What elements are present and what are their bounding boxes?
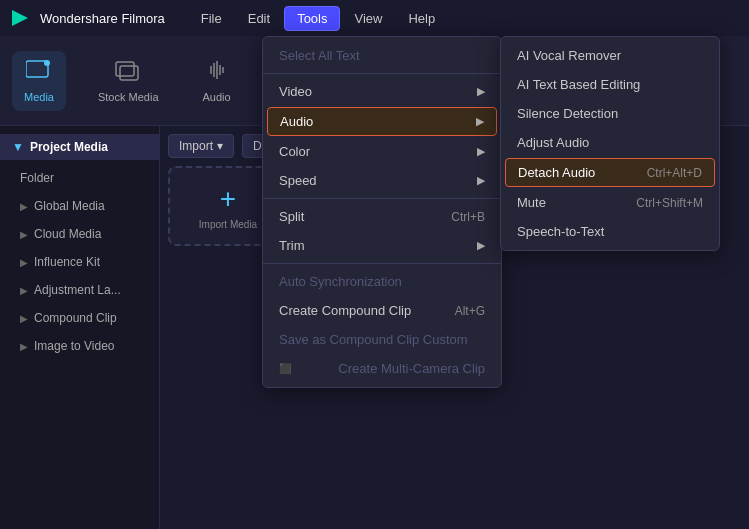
tools-split[interactable]: Split Ctrl+B (263, 202, 501, 231)
split-label: Split (279, 209, 304, 224)
mute-label: Mute (517, 195, 546, 210)
ai-vocal-remover-label: AI Vocal Remover (517, 48, 621, 63)
audio-silence-detection[interactable]: Silence Detection (501, 99, 719, 128)
tools-auto-sync[interactable]: Auto Synchronization (263, 267, 501, 296)
sidebar-item-folder[interactable]: Folder (0, 164, 159, 192)
influence-kit-label: Influence Kit (34, 255, 100, 269)
audio-detach-audio[interactable]: Detach Audio Ctrl+Alt+D (505, 158, 715, 187)
split-shortcut: Ctrl+B (451, 210, 485, 224)
import-label: Import (179, 139, 213, 153)
ai-text-editing-label: AI Text Based Editing (517, 77, 640, 92)
tools-create-compound[interactable]: Create Compound Clip Alt+G (263, 296, 501, 325)
app-name: Wondershare Filmora (40, 11, 165, 26)
audio-submenu: AI Vocal Remover AI Text Based Editing S… (500, 36, 720, 251)
global-media-label: Global Media (34, 199, 105, 213)
audio-adjust-audio[interactable]: Adjust Audio (501, 128, 719, 157)
auto-sync-label: Auto Synchronization (279, 274, 402, 289)
sidebar-item-image-to-video[interactable]: ▶ Image to Video (0, 332, 159, 360)
audio-menu-label: Audio (280, 114, 313, 129)
svg-marker-0 (12, 10, 28, 26)
tools-separator-1 (263, 73, 501, 74)
import-plus-icon: + (220, 183, 236, 215)
trim-label: Trim (279, 238, 305, 253)
menu-edit[interactable]: Edit (236, 7, 282, 30)
video-label: Video (279, 84, 312, 99)
menu-view[interactable]: View (342, 7, 394, 30)
stock-media-label: Stock Media (98, 91, 159, 103)
sidebar: ▼ Project Media Folder ▶ Global Media ▶ … (0, 126, 160, 529)
speech-to-text-label: Speech-to-Text (517, 224, 604, 239)
audio-speech-to-text[interactable]: Speech-to-Text (501, 217, 719, 246)
menu-file[interactable]: File (189, 7, 234, 30)
sidebar-header: ▼ Project Media (0, 134, 159, 160)
create-multicam-label: Create Multi-Camera Clip (338, 361, 485, 376)
tools-color[interactable]: Color ▶ (263, 137, 501, 166)
create-multicam-icon: ⬛ (279, 363, 291, 374)
compound-clip-arrow: ▶ (20, 313, 28, 324)
svg-point-2 (44, 60, 50, 66)
mute-shortcut: Ctrl+Shift+M (636, 196, 703, 210)
adjustment-label: Adjustment La... (34, 283, 121, 297)
audio-icon (206, 59, 228, 87)
import-button[interactable]: Import ▾ (168, 134, 234, 158)
audio-ai-text-editing[interactable]: AI Text Based Editing (501, 70, 719, 99)
svg-rect-3 (116, 62, 134, 76)
audio-mute[interactable]: Mute Ctrl+Shift+M (501, 188, 719, 217)
tools-select-all-text[interactable]: Select All Text (263, 41, 501, 70)
sidebar-item-cloud-media[interactable]: ▶ Cloud Media (0, 220, 159, 248)
tools-menu: Select All Text Video ▶ Audio ▶ Color ▶ … (262, 36, 502, 388)
color-label: Color (279, 144, 310, 159)
tools-speed[interactable]: Speed ▶ (263, 166, 501, 195)
cloud-media-label: Cloud Media (34, 227, 101, 241)
adjustment-arrow: ▶ (20, 285, 28, 296)
influence-kit-arrow: ▶ (20, 257, 28, 268)
media-icon (26, 59, 52, 87)
detach-audio-label: Detach Audio (518, 165, 595, 180)
cloud-media-arrow: ▶ (20, 229, 28, 240)
trim-arrow: ▶ (477, 239, 485, 252)
sidebar-item-adjustment-la[interactable]: ▶ Adjustment La... (0, 276, 159, 304)
speed-arrow: ▶ (477, 174, 485, 187)
toolbar-audio[interactable]: Audio (191, 51, 243, 111)
video-arrow: ▶ (477, 85, 485, 98)
speed-label: Speed (279, 173, 317, 188)
create-compound-shortcut: Alt+G (455, 304, 485, 318)
select-all-text-label: Select All Text (279, 48, 360, 63)
toolbar-media[interactable]: Media (12, 51, 66, 111)
import-arrow: ▾ (217, 139, 223, 153)
image-to-video-arrow: ▶ (20, 341, 28, 352)
tools-separator-2 (263, 198, 501, 199)
tools-save-compound-custom[interactable]: Save as Compound Clip Custom (263, 325, 501, 354)
stock-media-icon (115, 59, 141, 87)
audio-label: Audio (203, 91, 231, 103)
app-logo (8, 6, 32, 30)
tools-audio[interactable]: Audio ▶ (267, 107, 497, 136)
image-to-video-label: Image to Video (34, 339, 115, 353)
sidebar-item-global-media[interactable]: ▶ Global Media (0, 192, 159, 220)
title-bar: Wondershare Filmora File Edit Tools View… (0, 0, 749, 36)
toolbar-stock-media[interactable]: Stock Media (86, 51, 171, 111)
media-label: Media (24, 91, 54, 103)
audio-arrow: ▶ (476, 115, 484, 128)
menu-tools[interactable]: Tools (284, 6, 340, 31)
audio-ai-vocal-remover[interactable]: AI Vocal Remover (501, 41, 719, 70)
tools-trim[interactable]: Trim ▶ (263, 231, 501, 260)
global-media-arrow: ▶ (20, 201, 28, 212)
detach-audio-shortcut: Ctrl+Alt+D (647, 166, 702, 180)
create-compound-label: Create Compound Clip (279, 303, 411, 318)
menu-bar: File Edit Tools View Help (189, 6, 447, 31)
folder-label: Folder (20, 171, 54, 185)
sidebar-arrow-main: ▼ (12, 140, 24, 154)
sidebar-item-influence-kit[interactable]: ▶ Influence Kit (0, 248, 159, 276)
compound-clip-label: Compound Clip (34, 311, 117, 325)
color-arrow: ▶ (477, 145, 485, 158)
tools-video[interactable]: Video ▶ (263, 77, 501, 106)
menu-help[interactable]: Help (396, 7, 447, 30)
tools-separator-3 (263, 263, 501, 264)
silence-detection-label: Silence Detection (517, 106, 618, 121)
save-compound-label: Save as Compound Clip Custom (279, 332, 468, 347)
svg-rect-4 (120, 66, 138, 80)
tools-create-multicam[interactable]: ⬛ Create Multi-Camera Clip (263, 354, 501, 383)
import-media-text: Import Media (199, 219, 257, 230)
sidebar-item-compound-clip[interactable]: ▶ Compound Clip (0, 304, 159, 332)
